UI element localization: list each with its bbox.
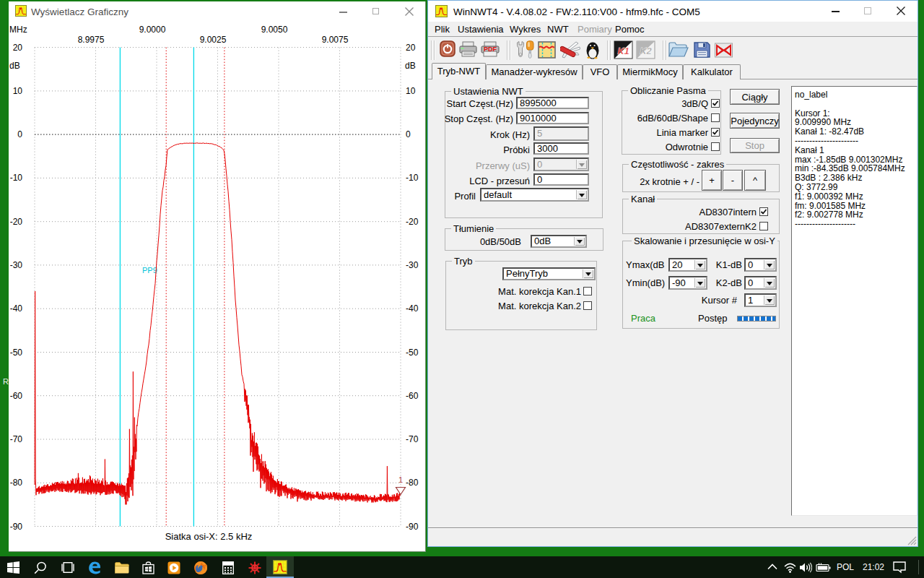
- svg-text:K2: K2: [640, 46, 652, 56]
- svg-text:K1: K1: [617, 46, 629, 56]
- svg-text:PDF: PDF: [484, 46, 497, 53]
